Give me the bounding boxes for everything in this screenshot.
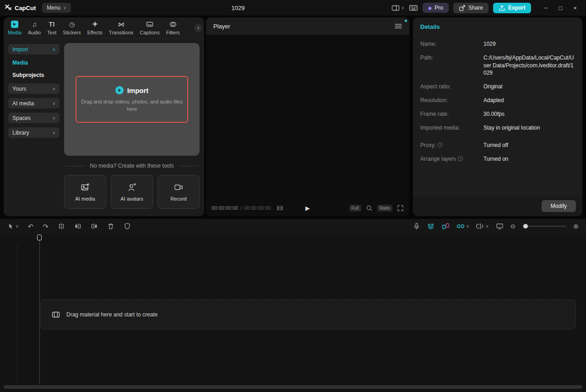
minimize-button[interactable]: − xyxy=(539,2,552,13)
preview-zoom-button[interactable] xyxy=(366,205,373,212)
export-icon xyxy=(499,5,505,11)
transitions-icon: ⋈ xyxy=(118,20,125,28)
media-tabs: ▶ Media ♫ Audio TI Text ◷ Stickers Effec… xyxy=(4,17,204,38)
current-time: 00:00:00:00 xyxy=(212,205,238,211)
record-icon xyxy=(174,183,183,192)
adapt-timeline-button[interactable] xyxy=(496,223,504,230)
playhead[interactable] xyxy=(37,234,42,240)
ai-media-button[interactable]: AI media xyxy=(64,175,106,209)
detail-row-path: Path: C:/Users/bj/AppData/Local/CapCut/U… xyxy=(420,54,575,77)
close-button[interactable]: × xyxy=(569,2,581,13)
ai-media-icon xyxy=(81,183,90,192)
delete-right-button[interactable] xyxy=(91,223,98,230)
ai-avatars-button[interactable]: AI avatars xyxy=(111,175,153,209)
sidebar-item-yours[interactable]: Yours ∨ xyxy=(8,83,60,94)
player-menu-icon[interactable] xyxy=(395,23,402,29)
playhead-line xyxy=(39,240,40,385)
capcut-window: CapCut Menu ∨ 1029 ∨ ◆ xyxy=(0,0,586,392)
sidebar-item-library[interactable]: Library ∨ xyxy=(8,127,60,138)
shortcuts-button[interactable] xyxy=(409,4,418,11)
auto-snap-toggle[interactable]: ∨ xyxy=(456,223,469,230)
captions-icon xyxy=(146,20,153,28)
layout-switch-button[interactable]: ∨ xyxy=(391,5,404,11)
import-dropzone[interactable]: + Import Drag and drop videos, photos, a… xyxy=(64,43,200,156)
split-button[interactable] xyxy=(58,223,65,230)
full-button[interactable]: Full xyxy=(349,205,361,212)
tab-filters[interactable]: Filters xyxy=(163,18,183,37)
film-icon xyxy=(52,311,60,318)
record-button[interactable]: Record xyxy=(157,175,200,209)
import-subtitle: Drag and drop videos, photos, and audio … xyxy=(79,98,185,113)
zoom-out-button[interactable]: ⊖ xyxy=(510,223,516,230)
sidebar-item-media[interactable]: Media xyxy=(8,59,60,67)
mask-button[interactable] xyxy=(124,223,131,230)
audio-icon: ♫ xyxy=(32,20,37,28)
detail-row-frame-rate: Frame rate: 30.00fps xyxy=(420,110,575,118)
sidebar-item-spaces[interactable]: Spaces ∨ xyxy=(8,113,60,123)
detail-row-name: Name: 1029 xyxy=(420,40,575,48)
app-name: CapCut xyxy=(15,5,36,11)
sidebar-item-subprojects[interactable]: Subprojects xyxy=(8,71,60,79)
horizontal-scrollbar[interactable] xyxy=(4,385,582,389)
playhead-handle[interactable] xyxy=(37,234,42,240)
track-guide-line xyxy=(17,245,17,382)
timeline-zoom-slider[interactable] xyxy=(522,223,566,229)
detail-row-resolution: Resolution: Adapted xyxy=(420,97,575,104)
tabs-expand-button[interactable]: › xyxy=(194,24,202,32)
stickers-icon: ◷ xyxy=(69,20,75,28)
chevron-down-icon: ∨ xyxy=(52,101,55,106)
delete-button[interactable] xyxy=(107,223,114,230)
maximize-button[interactable]: □ xyxy=(554,2,567,13)
layout-icon xyxy=(391,5,400,11)
redo-button[interactable]: ↷ xyxy=(43,223,49,230)
details-panel: Details Name: 1029 Path: C:/Users/bj/App… xyxy=(413,17,582,216)
chevron-down-icon: ∨ xyxy=(52,131,55,135)
ratio-button[interactable]: Ratio xyxy=(377,205,392,212)
timeline-area[interactable]: Drag material here and start to create xyxy=(0,234,586,392)
sidebar-item-ai-media[interactable]: AI media ∨ xyxy=(8,98,60,109)
record-voiceover-button[interactable] xyxy=(413,223,420,230)
notification-dot xyxy=(405,20,407,22)
zoom-in-button[interactable]: ⊕ xyxy=(573,223,579,230)
gem-icon: ◆ xyxy=(428,5,432,11)
import-highlight-box[interactable]: + Import Drag and drop videos, photos, a… xyxy=(76,76,188,123)
slider-knob[interactable] xyxy=(523,224,528,229)
timeline-toolbar: ∨ ↶ ↷ xyxy=(0,219,586,234)
undo-button[interactable]: ↶ xyxy=(28,223,34,230)
timeline-drop-area[interactable]: Drag material here and start to create xyxy=(40,299,576,329)
chevron-down-icon: ∨ xyxy=(486,224,489,229)
detail-row-arrange-layers: Arrange layers? Turned on xyxy=(420,155,575,163)
tab-effects[interactable]: Effects xyxy=(84,18,105,37)
delete-left-button[interactable] xyxy=(74,223,81,230)
linkage-toggle[interactable] xyxy=(442,223,450,230)
plus-icon: + xyxy=(115,86,124,94)
chevron-down-icon: ∨ xyxy=(401,5,404,10)
tab-audio[interactable]: ♫ Audio xyxy=(25,18,44,37)
info-icon[interactable]: ? xyxy=(458,156,463,161)
tab-stickers[interactable]: ◷ Stickers xyxy=(60,18,84,37)
modify-button[interactable]: Modify xyxy=(542,200,576,212)
tab-captions[interactable]: Captions xyxy=(136,18,163,37)
player-panel: Player 00:00:00:00 / 00:00:00:00 ▶ Full xyxy=(206,17,409,216)
titlebar: CapCut Menu ∨ 1029 ∨ ◆ xyxy=(0,0,586,16)
play-button[interactable]: ▶ xyxy=(305,205,310,212)
select-tool-button[interactable]: ∨ xyxy=(7,223,19,230)
text-icon: TI xyxy=(49,20,54,28)
chevron-down-icon: ∨ xyxy=(466,224,469,229)
media-panel: ▶ Media ♫ Audio TI Text ◷ Stickers Effec… xyxy=(4,17,204,216)
keyboard-icon xyxy=(409,4,418,11)
preview-axis-button[interactable]: ∨ xyxy=(476,223,489,230)
tab-media[interactable]: ▶ Media xyxy=(5,18,25,37)
pro-button[interactable]: ◆ Pro xyxy=(423,3,449,13)
fullscreen-button[interactable] xyxy=(397,205,404,212)
share-icon xyxy=(459,5,466,11)
share-button[interactable]: Share xyxy=(453,3,488,13)
tab-text[interactable]: TI Text xyxy=(44,18,60,37)
export-button[interactable]: Export xyxy=(493,3,531,13)
filters-icon xyxy=(169,20,177,28)
tab-transitions[interactable]: ⋈ Transitions xyxy=(106,18,136,37)
menu-button[interactable]: Menu ∨ xyxy=(42,3,71,13)
info-icon[interactable]: ? xyxy=(438,142,443,147)
main-track-magnet-toggle[interactable] xyxy=(427,223,435,230)
sidebar-item-import[interactable]: Import ∧ xyxy=(8,44,60,54)
